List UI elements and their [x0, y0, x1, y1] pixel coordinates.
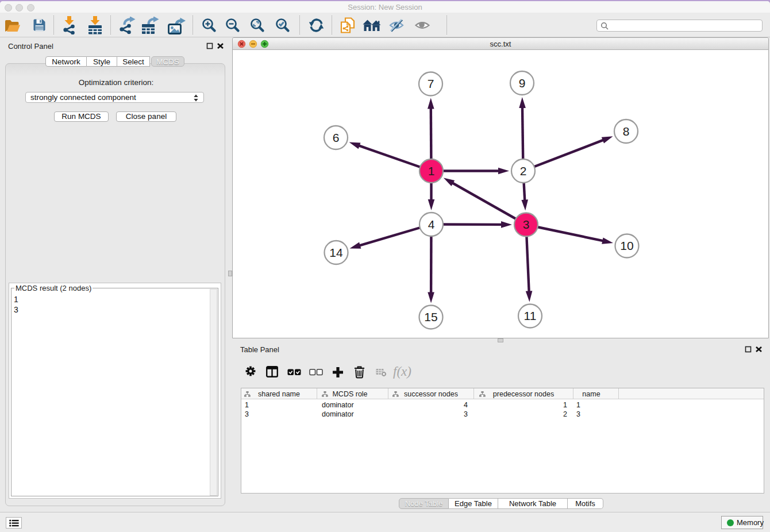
svg-text:1: 1 [428, 164, 435, 178]
svg-text:8: 8 [623, 125, 630, 138]
svg-text:11: 11 [524, 309, 537, 322]
svg-text:6: 6 [333, 131, 340, 144]
svg-text:10: 10 [620, 239, 633, 252]
svg-text:9: 9 [519, 76, 526, 90]
svg-text:2: 2 [520, 164, 527, 178]
svg-text:14: 14 [329, 246, 343, 259]
svg-text:7: 7 [428, 77, 434, 90]
svg-text:4: 4 [428, 218, 435, 231]
svg-text:15: 15 [424, 310, 437, 323]
svg-text:3: 3 [523, 218, 530, 231]
